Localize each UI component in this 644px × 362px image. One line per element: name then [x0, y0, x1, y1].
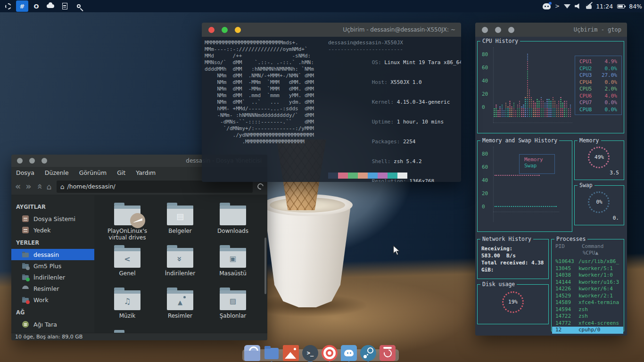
panel-window-button[interactable]: # — [16, 0, 28, 12]
scrollbar[interactable] — [264, 238, 266, 294]
menu-item[interactable]: Dosya — [16, 169, 34, 176]
sort-indicator[interactable]: %CPU▲ — [583, 250, 598, 256]
cpu-legend-row: CPU6 4.0% — [575, 93, 621, 100]
panel-window-button[interactable] — [2, 0, 14, 12]
file-item[interactable]: Resimler — [154, 287, 206, 329]
maximize-button[interactable] — [41, 158, 47, 164]
back-button[interactable]: « — [15, 182, 21, 191]
process-row[interactable]: 14144 kworker/u16:3 — [552, 279, 623, 286]
panel-window-button[interactable]: O — [30, 0, 42, 12]
sidebar-item[interactable]: Ağı Tara — [11, 319, 94, 330]
sidebar-item-label: Resimler — [33, 285, 59, 292]
swap-donut-panel: Swap 0% 0. — [574, 185, 624, 225]
maximize-button[interactable] — [508, 27, 514, 33]
dock-icon[interactable] — [360, 345, 376, 361]
process-row[interactable]: 14589 xfce4-termina — [552, 299, 623, 306]
home-button[interactable]: ⌂ — [47, 182, 52, 191]
close-button[interactable] — [17, 158, 23, 164]
dock-icon[interactable]: >_ — [302, 345, 318, 361]
dock-icon[interactable] — [341, 345, 357, 361]
info-label: Host — [372, 79, 391, 85]
minimize-button[interactable] — [29, 158, 35, 164]
file-item[interactable]: Genel — [101, 244, 154, 287]
process-row[interactable]: 14772 xfce4-screens — [552, 320, 623, 327]
panel-window-button[interactable] — [73, 0, 85, 12]
maximize-button[interactable] — [222, 27, 228, 33]
minimize-button[interactable] — [235, 27, 241, 33]
neofetch-info-line: Uptime1 hour, 10 mins — [328, 112, 461, 132]
window-title: Uçbirim - gtop — [574, 26, 621, 33]
panel-window-button[interactable] — [44, 0, 57, 12]
file-item[interactable]: Belgeler — [154, 202, 206, 244]
info-label: Resolution — [372, 178, 409, 182]
file-item[interactable]: İndirilenler — [154, 244, 206, 287]
file-item[interactable]: Masaüstü — [206, 244, 259, 287]
process-row[interactable]: 13045 kworker/5:1 — [552, 265, 623, 272]
file-label: Şablonlar — [220, 313, 247, 319]
process-row[interactable]: 14722 zsh — [552, 313, 623, 320]
network-stats: Receiving: 583.00 B/s Total received: 4.… — [481, 245, 544, 273]
dock-icon[interactable] — [322, 345, 338, 361]
clock[interactable]: 11:24 — [596, 3, 613, 10]
up-button[interactable]: » — [34, 183, 43, 189]
folder-emblem-icon — [167, 292, 193, 310]
dock-icon[interactable] — [380, 345, 396, 361]
file-item[interactable]: Şablonlar — [206, 287, 259, 329]
cpu-value: 0.0% — [605, 99, 618, 107]
sidebar-item[interactable]: Resimler — [11, 283, 94, 294]
minimize-button[interactable] — [495, 27, 501, 33]
dock-icon[interactable] — [283, 345, 299, 361]
current-path: /home/dessasin/ — [67, 183, 116, 190]
sidebar-item[interactable]: Dosya Sistemi — [11, 213, 94, 224]
menu-item[interactable]: Yardım — [136, 169, 156, 176]
process-row[interactable]: 14038 kworker/1:0 — [552, 272, 623, 279]
sidebar-heading-devices: AYGITLAR — [11, 200, 94, 213]
network-signal-icon[interactable] — [564, 4, 570, 8]
notifications-muted-icon[interactable] — [586, 4, 592, 9]
y-axis-line — [493, 147, 494, 222]
gtop-titlebar[interactable]: Uçbirim - gtop — [475, 23, 627, 37]
folder-icon — [167, 290, 193, 310]
folder-icon — [167, 248, 193, 268]
volume-icon[interactable] — [575, 3, 582, 9]
process-row[interactable]: 12 cpuhp/0 — [552, 327, 623, 334]
close-button[interactable] — [482, 27, 488, 33]
terminal-output[interactable]: MMMMMMMMMMMMMMMMMMMMMMMMMmds+. MMm----::… — [202, 37, 461, 182]
terminal-color-palette — [328, 173, 407, 179]
file-item[interactable] — [101, 329, 154, 333]
menu-item[interactable]: Düzenle — [45, 169, 69, 176]
file-label: İndirilenler — [165, 270, 195, 277]
network-history-panel: Network History Receiving: 583.00 B/s To… — [477, 239, 549, 279]
panel-window-button[interactable] — [58, 0, 71, 12]
process-row[interactable]: %10643 /usr/lib/x86_ — [552, 258, 623, 265]
dock-icon[interactable] — [244, 345, 260, 361]
sidebar-item[interactable]: Work — [11, 294, 94, 305]
col-pid[interactable]: PID — [555, 243, 565, 249]
col-command[interactable]: Command — [582, 243, 603, 249]
disk-usage-title: Disk usage — [480, 281, 517, 288]
process-row[interactable]: 14594 zsh — [552, 306, 623, 313]
sidebar-item[interactable]: Yedek — [11, 224, 94, 236]
process-row[interactable]: 14226 kworker/6:4 — [552, 286, 623, 293]
path-bar[interactable]: ⌂ /home/dessasin/ — [57, 181, 253, 193]
terminal-titlebar[interactable]: Uçbirim - dessasin@dessasin-X550JX: ~ — [202, 23, 461, 37]
sidebar-item[interactable]: İndirilenler — [11, 272, 94, 283]
menu-item[interactable]: Git — [117, 169, 125, 176]
process-row[interactable]: 14529 kworker/2:1 — [552, 293, 623, 300]
file-item[interactable]: PlayOnLinux's virtual drives — [101, 202, 154, 244]
menu-item[interactable]: Görünüm — [79, 169, 107, 176]
cpu-legend-row: CPU2 0.0% — [575, 66, 621, 73]
file-item[interactable]: Müzik — [101, 287, 154, 329]
sidebar-item[interactable]: dessasin — [11, 249, 94, 260]
file-item[interactable]: Downloads — [206, 202, 259, 244]
dock-icon[interactable] — [264, 345, 280, 361]
sidebar-item[interactable]: Gm5 Plus — [11, 260, 94, 272]
process-command: kworker/2:1 — [578, 293, 613, 300]
discord-tray-icon[interactable] — [543, 3, 551, 9]
cpu-name: CPU1 — [579, 58, 592, 66]
process-pid: 14144 — [552, 279, 578, 286]
forward-button[interactable]: » — [25, 182, 31, 191]
refresh-icon[interactable] — [256, 182, 264, 190]
close-button[interactable] — [208, 27, 215, 33]
chevron-expand-icon[interactable]: > — [555, 3, 560, 9]
